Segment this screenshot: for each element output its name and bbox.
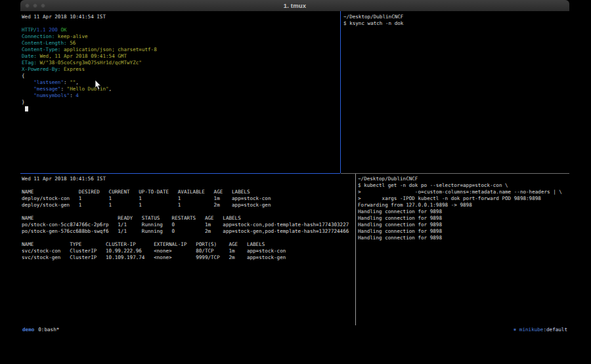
pane-divider-horizontal-right[interactable]: [341, 173, 569, 174]
session-name: demo: [22, 327, 34, 333]
cwd: ~/Desktop/DublinCNCF: [358, 176, 568, 182]
status-left: demo0:bash*: [22, 327, 59, 333]
tmux-status-bar: demo0:bash* ⎈ minikube:default: [20, 326, 569, 334]
terminal-window: 1. tmux Wed 11 Apr 2018 10:41:54 IST HTT…: [20, 0, 569, 334]
output-line: Handling connection for 9898: [358, 222, 568, 228]
cursor-line: [22, 106, 339, 112]
table-row: deploy/stock-gen 1 1 1 1 2m app=stock-ge…: [22, 202, 354, 209]
header-value: Wed, 11 Apr 2018 09:41:54 GMT: [37, 53, 127, 59]
pods-header: NAME READY STATUS RESTARTS AGE LABELS: [22, 215, 354, 222]
table-row: deploy/stock-con 1 1 1 1 1m app=stock-co…: [22, 195, 354, 202]
header-value: 56: [67, 40, 76, 46]
http-status-code: 1.1 200: [37, 27, 61, 33]
mouse-pointer-icon: [95, 80, 102, 91]
http-header: Connection: keep-alive: [22, 33, 339, 40]
json-field: "lastseen": "",: [22, 79, 339, 86]
http-header: Content-Type: application/json; charset=…: [22, 47, 339, 53]
header-value: application/json; charset=utf-8: [60, 47, 156, 52]
http-header: Content-Length: 56: [22, 40, 339, 47]
http-header: Date: Wed, 11 Apr 2018 09:41:54 GMT: [22, 53, 339, 60]
cwd: ~/Desktop/DublinCNCF: [343, 14, 567, 20]
json-value: "": [70, 79, 76, 85]
minimize-button[interactable]: [33, 3, 37, 8]
json-close-brace: }: [22, 99, 339, 106]
helm-wheel-icon: ⎈: [514, 327, 519, 333]
shell-command: $ kubectl get -n dok po --selector=app=s…: [358, 182, 568, 189]
pane-divider-vertical-top[interactable]: [340, 11, 341, 173]
deployments-header: NAME DESIRED CURRENT UP-TO-DATE AVAILABL…: [22, 189, 354, 195]
header-name: X-Powered-By:: [22, 66, 60, 72]
json-key: "message": [22, 86, 60, 92]
close-button[interactable]: [25, 3, 30, 8]
header-name: Connection:: [22, 33, 55, 39]
shell-command: $ ksync watch -n dok: [343, 20, 567, 27]
status-right: ⎈ minikube:default: [514, 327, 567, 333]
pane-port-forward[interactable]: ~/Desktop/DublinCNCF $ kubectl get -n do…: [358, 176, 568, 325]
kube-namespace: :default: [543, 327, 567, 333]
json-value: "Hello Dublin": [67, 86, 109, 92]
json-field: "numsymbols": 4: [22, 92, 339, 99]
pane-divider-horizontal-left[interactable]: [20, 173, 340, 174]
zoom-button[interactable]: [41, 3, 45, 8]
window-title: 1. tmux: [284, 2, 307, 9]
traffic-lights: [25, 3, 45, 8]
output-line: Forwarding from 127.0.0.1:9898 -> 9898: [358, 202, 568, 209]
services-header: NAME TYPE CLUSTER-IP EXTERNAL-IP PORT(S)…: [22, 241, 354, 248]
header-value: W/"38-05coCsrg3mQ75sHr1d/qcMTwYZc": [37, 60, 142, 66]
shell-command-continuation: > xargs -IPOD kubectl -n dok port-forwar…: [358, 195, 568, 202]
blank-line: [22, 20, 339, 27]
output-line: Handling connection for 9898: [358, 235, 568, 241]
header-value: keep-alive: [55, 33, 87, 39]
output-line: Handling connection for 9898: [358, 215, 568, 222]
header-name: Date:: [22, 53, 37, 59]
tmux-session: Wed 11 Apr 2018 10:41:54 IST HTTP/1.1 20…: [20, 11, 569, 334]
table-row: svc/stock-gen ClusterIP 10.109.197.74 <n…: [22, 254, 354, 261]
window-label[interactable]: 0:bash*: [38, 327, 59, 333]
json-field: "message": "Hello Dublin",: [22, 86, 339, 92]
table-row: svc/stock-con ClusterIP 10.99.222.96 <no…: [22, 248, 354, 254]
http-status-line: HTTP/1.1 200 OK: [22, 27, 339, 33]
json-open-brace: {: [22, 73, 339, 79]
blank-line: [22, 235, 354, 241]
table-row: po/stock-con-5cc874766c-2p6rp 1/1 Runnin…: [22, 222, 354, 228]
http-header: ETag: W/"38-05coCsrg3mQ75sHr1d/qcMTwYZc": [22, 60, 339, 66]
header-name: Content-Type:: [22, 47, 60, 52]
kube-context: minikube: [519, 327, 544, 333]
blank-line: [22, 209, 354, 215]
json-key: "lastseen": [22, 79, 64, 85]
http-protocol: HTTP/: [22, 27, 37, 33]
table-row: po/stock-gen-576cc688bb-swqf6 1/1 Runnin…: [22, 228, 354, 235]
terminal-cursor: [25, 106, 28, 111]
header-name: Content-Length:: [22, 40, 67, 46]
header-value: Express: [60, 66, 85, 72]
pane-http-response[interactable]: Wed 11 Apr 2018 10:41:54 IST HTTP/1.1 20…: [22, 14, 339, 172]
blank-line: [22, 182, 354, 189]
header-name: ETag:: [22, 60, 37, 66]
http-reason: OK: [60, 27, 66, 33]
output-line: Handling connection for 9898: [358, 228, 568, 235]
pane-ksync[interactable]: ~/Desktop/DublinCNCF $ ksync watch -n do…: [343, 14, 567, 172]
json-key: "numsymbols": [22, 92, 70, 98]
http-header: X-Powered-By: Express: [22, 66, 339, 73]
pane-divider-vertical-bottom[interactable]: [355, 174, 356, 325]
pane-kubectl-watch[interactable]: Wed 11 Apr 2018 10:41:56 IST NAME DESIRE…: [22, 176, 354, 325]
titlebar[interactable]: 1. tmux: [20, 0, 569, 11]
output-line: Handling connection for 9898: [358, 209, 568, 215]
timestamp: Wed 11 Apr 2018 10:41:56 IST: [22, 176, 354, 182]
json-value: 4: [76, 92, 79, 98]
shell-command-continuation: > -o=custom-columns=:metadata.name --no-…: [358, 189, 568, 195]
timestamp: Wed 11 Apr 2018 10:41:54 IST: [22, 14, 339, 20]
